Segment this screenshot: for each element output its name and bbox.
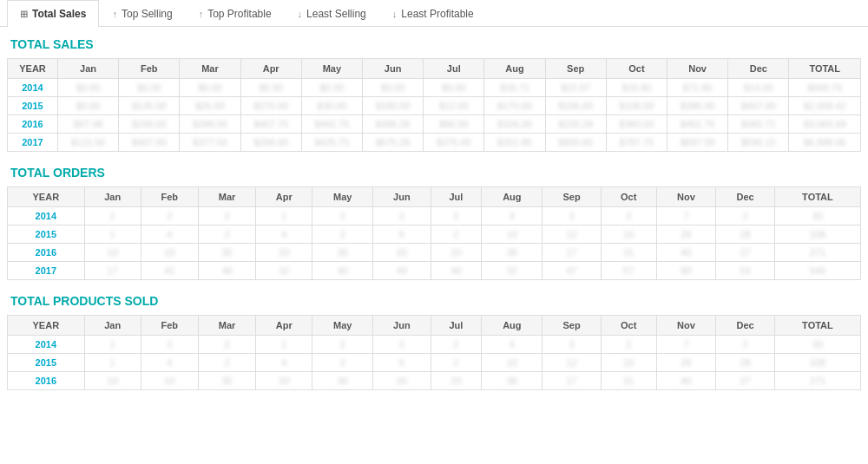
col-header: Dec [716, 187, 775, 207]
data-cell: 4 [141, 225, 198, 244]
tab-top-profitable[interactable]: ↑Top Profitable [186, 0, 285, 27]
col-header: Feb [141, 316, 198, 336]
data-cell: $115.50 [57, 134, 118, 152]
col-header: Nov [656, 187, 716, 207]
year-cell[interactable]: 2014 [8, 79, 58, 97]
col-header: Dec [716, 316, 775, 336]
data-cell: 4 [141, 354, 198, 372]
data-cell: 10 [141, 244, 198, 262]
data-cell: 31 [601, 372, 656, 390]
col-header: Jan [57, 59, 118, 79]
col-header: Jan [84, 316, 141, 336]
data-cell: 10 [141, 372, 198, 390]
data-cell: 540 [774, 262, 860, 280]
col-header: Nov [667, 59, 728, 79]
col-header: Sep [542, 187, 602, 207]
data-cell: 2 [198, 207, 255, 225]
data-cell: 108 [774, 225, 860, 244]
section-total-orders: TOTAL ORDERSYEARJanFebMarAprMayJunJulAug… [0, 155, 868, 284]
data-cell: $462.75 [667, 115, 728, 134]
data-cell: $425.75 [301, 134, 362, 152]
data-cell: $12.00 [424, 97, 484, 115]
data-cell: 2 [431, 354, 482, 372]
data-cell: 2 [373, 336, 431, 354]
top-profitable-icon: ↑ [199, 9, 204, 19]
data-cell: $251.86 [484, 134, 545, 152]
data-cell: 4 [256, 225, 312, 244]
data-cell: 12 [542, 354, 602, 372]
data-cell: 35 [198, 372, 255, 390]
data-cell: 48 [198, 262, 255, 280]
year-cell[interactable]: 2017 [8, 262, 85, 280]
year-cell[interactable]: 2017 [8, 134, 58, 152]
tab-least-selling[interactable]: ↓Least Selling [285, 0, 379, 27]
data-cell: $0.00 [180, 79, 240, 97]
data-cell: 10 [482, 225, 542, 244]
total-sales-icon: ⊞ [20, 9, 28, 20]
data-cell: $383.00 [606, 115, 667, 134]
data-cell: $270.00 [240, 97, 301, 115]
data-cell: 4 [256, 354, 312, 372]
data-cell: 17 [542, 244, 602, 262]
data-cell: $326.00 [484, 115, 545, 134]
year-cell[interactable]: 2014 [8, 207, 85, 225]
data-cell: 32 [256, 262, 312, 280]
data-cell: 2 [431, 207, 482, 225]
data-cell: 12 [542, 225, 602, 244]
data-cell: 2 [373, 207, 431, 225]
col-header: Feb [119, 59, 180, 79]
table-row: 201412212224327230 [8, 336, 861, 354]
year-cell[interactable]: 2014 [8, 336, 85, 354]
tab-total-sales[interactable]: ⊞Total Sales [7, 0, 99, 27]
table-total-products-sold: YEARJanFebMarAprMayJunJulAugSepOctNovDec… [7, 315, 861, 390]
tab-label: Least Selling [306, 8, 366, 20]
data-cell: 7 [656, 207, 716, 225]
data-cell: $235.28 [545, 115, 606, 134]
data-cell: $386.00 [667, 97, 728, 115]
year-cell[interactable]: 2016 [8, 372, 85, 390]
data-cell: 28 [716, 354, 775, 372]
data-cell: 2 [312, 207, 373, 225]
col-header: Apr [240, 59, 301, 79]
data-cell: 20 [431, 372, 482, 390]
tab-top-selling[interactable]: ↑Top Selling [99, 0, 185, 27]
table-row: 2015$0.00$135.00$25.00$270.00$30.00$180.… [8, 97, 861, 115]
data-cell: 2 [198, 336, 255, 354]
table-row: 2016101035203020203017314027271 [8, 244, 861, 262]
year-cell[interactable]: 2015 [8, 225, 85, 244]
col-header: May [312, 187, 373, 207]
table-row: 201514242621012102628108 [8, 354, 861, 372]
tab-label: Top Profitable [207, 8, 271, 20]
table-total-orders: YEARJanFebMarAprMayJunJulAugSepOctNovDec… [7, 186, 861, 280]
tab-least-profitable[interactable]: ↓Least Profitable [379, 0, 487, 27]
col-header: Sep [542, 316, 602, 336]
data-cell: 28 [716, 225, 775, 244]
data-cell: $0.00 [301, 79, 362, 97]
col-header: Mar [180, 59, 240, 79]
year-cell[interactable]: 2016 [8, 115, 58, 134]
data-cell: 1 [84, 354, 141, 372]
data-cell: $36.71 [484, 79, 545, 97]
table-row: 2016$97.08$200.00$298.00$407.75$462.75$3… [8, 115, 861, 134]
data-cell: $71.80 [667, 79, 728, 97]
col-header: TOTAL [774, 187, 860, 207]
table-row: 201514242621012102628108 [8, 225, 861, 244]
year-cell[interactable]: 2015 [8, 97, 58, 115]
table-row: 2017174148324049463247578053540 [8, 262, 861, 280]
data-cell: 10 [84, 372, 141, 390]
data-cell: $30.00 [301, 97, 362, 115]
data-cell: $0.00 [57, 79, 118, 97]
section-title-total-orders: TOTAL ORDERS [7, 166, 861, 180]
tab-bar: ⊞Total Sales↑Top Selling↑Top Profitable↓… [0, 0, 868, 27]
data-cell: $135.00 [119, 97, 180, 115]
data-cell: $590.15 [728, 134, 789, 152]
year-cell[interactable]: 2016 [8, 244, 85, 262]
data-cell: 40 [656, 372, 716, 390]
data-cell: $86.00 [424, 115, 484, 134]
data-cell: $0.00 [240, 79, 301, 97]
col-header: Feb [141, 187, 198, 207]
data-cell: 2 [716, 207, 775, 225]
data-cell: 2 [198, 354, 255, 372]
data-cell: 17 [84, 262, 141, 280]
year-cell[interactable]: 2015 [8, 354, 85, 372]
